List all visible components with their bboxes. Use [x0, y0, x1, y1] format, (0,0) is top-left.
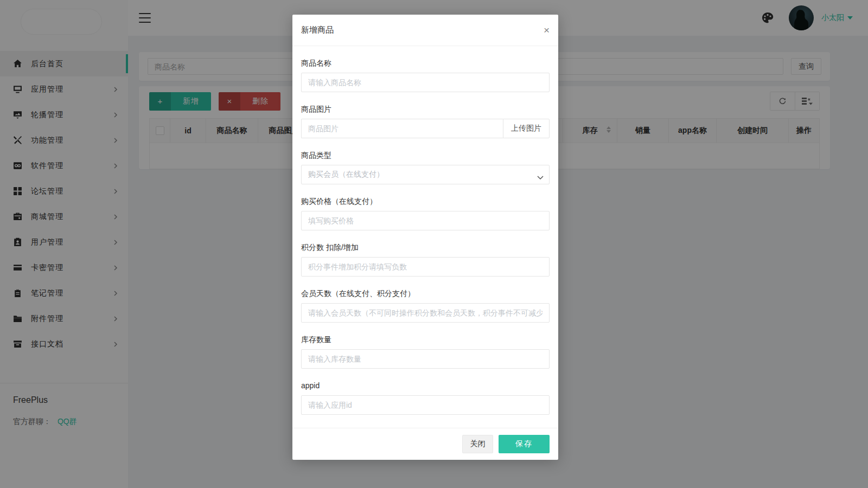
- upload-image-button[interactable]: 上传图片: [503, 119, 550, 138]
- member-days-input[interactable]: [301, 303, 550, 323]
- field-label: 商品名称: [301, 57, 550, 68]
- close-icon[interactable]: ×: [544, 25, 550, 35]
- field-label: 会员天数（在线支付、积分支付）: [301, 288, 550, 299]
- product-image-input[interactable]: [301, 119, 503, 138]
- purchase-price-input[interactable]: [301, 211, 550, 230]
- field-label: 库存数量: [301, 334, 550, 345]
- appid-input[interactable]: [301, 395, 550, 415]
- field-product-name: 商品名称: [301, 57, 550, 92]
- field-purchase-price: 购买价格（在线支付）: [301, 196, 550, 230]
- modal-save-button[interactable]: 保存: [499, 435, 550, 453]
- field-points: 积分数 扣除/增加: [301, 242, 550, 277]
- add-product-modal: 新增商品 × 商品名称 商品图片 上传图片 商品类型 购买会员（在线支付）: [292, 15, 558, 460]
- field-product-type: 商品类型 购买会员（在线支付）: [301, 150, 550, 184]
- field-appid: appid: [301, 380, 550, 415]
- field-label: 商品类型: [301, 150, 550, 160]
- field-label: appid: [301, 380, 550, 391]
- field-product-image: 商品图片 上传图片: [301, 104, 550, 138]
- field-stock: 库存数量: [301, 334, 550, 369]
- modal-close-button[interactable]: 关闭: [462, 435, 493, 453]
- field-label: 商品图片: [301, 104, 550, 114]
- product-name-input[interactable]: [301, 73, 550, 92]
- product-type-select[interactable]: 购买会员（在线支付）: [301, 165, 550, 184]
- chevron-down-icon: [537, 172, 544, 182]
- stock-input[interactable]: [301, 349, 550, 369]
- field-member-days: 会员天数（在线支付、积分支付）: [301, 288, 550, 323]
- field-label: 积分数 扣除/增加: [301, 242, 550, 253]
- field-label: 购买价格（在线支付）: [301, 196, 550, 207]
- points-input[interactable]: [301, 257, 550, 277]
- modal-title: 新增商品: [301, 25, 334, 35]
